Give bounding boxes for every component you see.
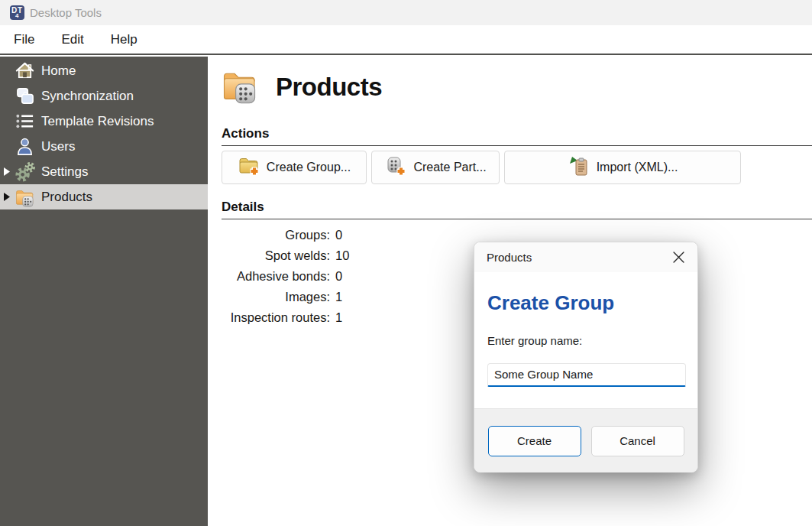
sidebar-item-settings[interactable]: Settings bbox=[0, 159, 208, 184]
cancel-button[interactable]: Cancel bbox=[591, 426, 684, 456]
detail-value: 1 bbox=[335, 290, 342, 304]
page-title: Products bbox=[276, 73, 382, 102]
create-button[interactable]: Create bbox=[488, 426, 581, 456]
detail-value: 0 bbox=[335, 228, 342, 242]
import-xml-icon bbox=[568, 154, 590, 180]
sidebar-item-template-revisions[interactable]: Template Revisions bbox=[0, 109, 208, 134]
dialog-titlebar: Products bbox=[474, 242, 697, 272]
detail-label: Groups: bbox=[218, 228, 330, 242]
products-page-icon bbox=[219, 66, 259, 109]
expand-arrow-icon[interactable] bbox=[0, 193, 13, 201]
create-part-icon bbox=[384, 154, 407, 180]
window-titlebar: D T 4 Desktop Tools bbox=[0, 0, 812, 25]
actions-heading: Actions bbox=[222, 126, 269, 141]
logo-digit-4: 4 bbox=[15, 13, 18, 19]
detail-row-adhesive-bonds: Adhesive bonds: 0 bbox=[218, 266, 349, 287]
user-icon bbox=[13, 136, 36, 157]
expand-arrow-icon[interactable] bbox=[0, 167, 13, 176]
menu-bar: File Edit Help bbox=[0, 25, 812, 55]
sidebar-item-products[interactable]: Products bbox=[0, 184, 208, 209]
import-xml-button[interactable]: Import (XML)... bbox=[504, 151, 741, 184]
dialog-heading: Create Group bbox=[487, 292, 684, 315]
product-folder-icon bbox=[13, 187, 36, 208]
app-logo-icon: D T 4 bbox=[10, 5, 24, 20]
sidebar-item-label: Template Revisions bbox=[41, 114, 154, 129]
create-group-button[interactable]: Create Group... bbox=[222, 151, 367, 184]
sidebar-item-synchronization[interactable]: Synchronization bbox=[0, 83, 208, 109]
menu-file[interactable]: File bbox=[14, 32, 34, 47]
app-title: Desktop Tools bbox=[30, 6, 102, 19]
create-group-icon bbox=[238, 154, 260, 180]
import-xml-label: Import (XML)... bbox=[597, 161, 678, 174]
sidebar-item-label: Home bbox=[41, 63, 76, 79]
create-part-button[interactable]: Create Part... bbox=[371, 151, 500, 184]
menu-help[interactable]: Help bbox=[111, 32, 137, 47]
dialog-body: Create Group Enter group name: bbox=[474, 272, 697, 408]
detail-value: 0 bbox=[335, 269, 342, 284]
dialog-footer: Create Cancel bbox=[474, 408, 697, 472]
close-icon[interactable] bbox=[667, 246, 690, 269]
dialog-title: Products bbox=[487, 251, 532, 264]
actions-divider bbox=[222, 145, 812, 146]
detail-row-spot-welds: Spot welds: 10 bbox=[218, 245, 349, 266]
sidebar: Home Synchronization bbox=[0, 57, 208, 526]
page-header: Products bbox=[219, 66, 382, 109]
detail-value: 1 bbox=[335, 310, 342, 325]
details-heading: Details bbox=[222, 200, 264, 215]
sidebar-item-label: Synchronization bbox=[41, 89, 134, 104]
sidebar-item-label: Users bbox=[41, 139, 75, 154]
group-name-input[interactable] bbox=[487, 363, 686, 387]
create-group-dialog: Products Create Group Enter group name: … bbox=[474, 242, 698, 472]
sidebar-item-users[interactable]: Users bbox=[0, 134, 208, 159]
details-divider bbox=[222, 219, 812, 219]
home-icon bbox=[13, 60, 36, 82]
detail-label: Images: bbox=[218, 290, 330, 304]
group-name-prompt: Enter group name: bbox=[487, 334, 684, 347]
menu-edit[interactable]: Edit bbox=[61, 32, 83, 47]
detail-label: Adhesive bonds: bbox=[218, 269, 330, 284]
sidebar-item-label: Settings bbox=[41, 164, 88, 180]
list-icon bbox=[13, 111, 36, 132]
detail-row-inspection-routes: Inspection routes: 1 bbox=[218, 307, 349, 328]
detail-label: Inspection routes: bbox=[218, 310, 330, 325]
sidebar-item-label: Products bbox=[41, 190, 92, 205]
detail-value: 10 bbox=[335, 248, 349, 263]
sidebar-item-home[interactable]: Home bbox=[0, 58, 208, 83]
detail-row-groups: Groups: 0 bbox=[218, 225, 349, 245]
detail-label: Spot welds: bbox=[218, 248, 330, 263]
sync-icon bbox=[13, 86, 36, 107]
create-group-label: Create Group... bbox=[267, 161, 351, 174]
details-list: Groups: 0 Spot welds: 10 Adhesive bonds:… bbox=[218, 225, 349, 328]
gears-icon bbox=[13, 161, 36, 183]
detail-row-images: Images: 1 bbox=[218, 287, 349, 307]
create-part-label: Create Part... bbox=[413, 161, 486, 174]
app-window: D T 4 Desktop Tools File Edit Help Home bbox=[0, 0, 812, 526]
actions-row: Create Group... Cr bbox=[222, 151, 741, 184]
